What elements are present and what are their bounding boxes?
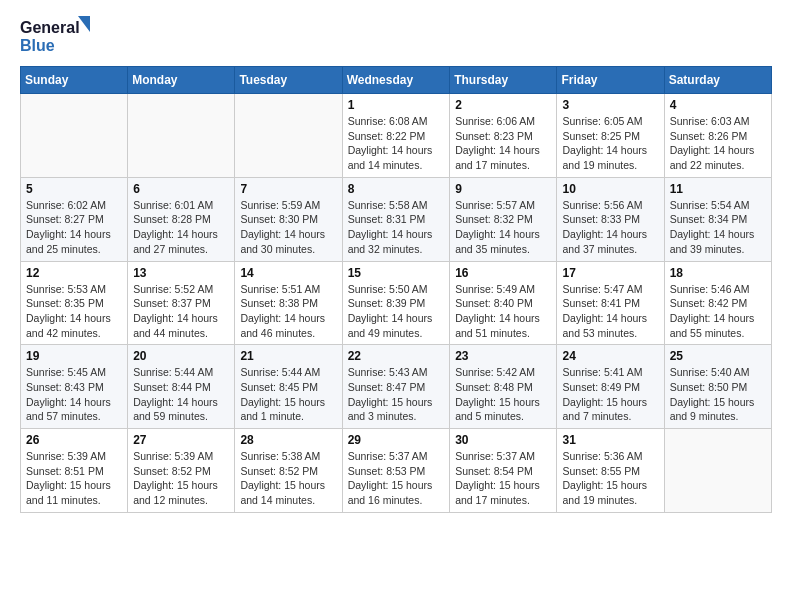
calendar-cell: 3Sunrise: 6:05 AMSunset: 8:25 PMDaylight…	[557, 94, 664, 178]
day-info: Sunrise: 5:43 AMSunset: 8:47 PMDaylight:…	[348, 365, 445, 424]
day-info: Sunrise: 5:54 AMSunset: 8:34 PMDaylight:…	[670, 198, 766, 257]
day-number: 31	[562, 433, 658, 447]
calendar-cell: 18Sunrise: 5:46 AMSunset: 8:42 PMDayligh…	[664, 261, 771, 345]
day-number: 19	[26, 349, 122, 363]
day-info: Sunrise: 5:44 AMSunset: 8:45 PMDaylight:…	[240, 365, 336, 424]
day-number: 25	[670, 349, 766, 363]
day-number: 6	[133, 182, 229, 196]
calendar-week-row: 5Sunrise: 6:02 AMSunset: 8:27 PMDaylight…	[21, 177, 772, 261]
day-info: Sunrise: 5:44 AMSunset: 8:44 PMDaylight:…	[133, 365, 229, 424]
calendar-week-row: 19Sunrise: 5:45 AMSunset: 8:43 PMDayligh…	[21, 345, 772, 429]
column-header-saturday: Saturday	[664, 67, 771, 94]
calendar-week-row: 12Sunrise: 5:53 AMSunset: 8:35 PMDayligh…	[21, 261, 772, 345]
calendar-cell: 28Sunrise: 5:38 AMSunset: 8:52 PMDayligh…	[235, 429, 342, 513]
day-info: Sunrise: 5:52 AMSunset: 8:37 PMDaylight:…	[133, 282, 229, 341]
day-info: Sunrise: 5:40 AMSunset: 8:50 PMDaylight:…	[670, 365, 766, 424]
day-number: 17	[562, 266, 658, 280]
day-info: Sunrise: 5:41 AMSunset: 8:49 PMDaylight:…	[562, 365, 658, 424]
day-number: 12	[26, 266, 122, 280]
svg-text:Blue: Blue	[20, 37, 55, 54]
calendar-cell: 11Sunrise: 5:54 AMSunset: 8:34 PMDayligh…	[664, 177, 771, 261]
day-number: 20	[133, 349, 229, 363]
column-header-sunday: Sunday	[21, 67, 128, 94]
calendar-cell: 19Sunrise: 5:45 AMSunset: 8:43 PMDayligh…	[21, 345, 128, 429]
day-info: Sunrise: 5:51 AMSunset: 8:38 PMDaylight:…	[240, 282, 336, 341]
day-info: Sunrise: 6:05 AMSunset: 8:25 PMDaylight:…	[562, 114, 658, 173]
calendar-cell: 8Sunrise: 5:58 AMSunset: 8:31 PMDaylight…	[342, 177, 450, 261]
calendar-cell: 16Sunrise: 5:49 AMSunset: 8:40 PMDayligh…	[450, 261, 557, 345]
day-info: Sunrise: 5:45 AMSunset: 8:43 PMDaylight:…	[26, 365, 122, 424]
day-number: 14	[240, 266, 336, 280]
calendar-cell	[21, 94, 128, 178]
svg-marker-2	[78, 16, 90, 32]
calendar-cell: 27Sunrise: 5:39 AMSunset: 8:52 PMDayligh…	[128, 429, 235, 513]
day-number: 1	[348, 98, 445, 112]
day-number: 8	[348, 182, 445, 196]
calendar-cell: 21Sunrise: 5:44 AMSunset: 8:45 PMDayligh…	[235, 345, 342, 429]
day-info: Sunrise: 6:06 AMSunset: 8:23 PMDaylight:…	[455, 114, 551, 173]
day-number: 27	[133, 433, 229, 447]
day-info: Sunrise: 6:08 AMSunset: 8:22 PMDaylight:…	[348, 114, 445, 173]
day-info: Sunrise: 5:49 AMSunset: 8:40 PMDaylight:…	[455, 282, 551, 341]
calendar-cell: 26Sunrise: 5:39 AMSunset: 8:51 PMDayligh…	[21, 429, 128, 513]
day-number: 30	[455, 433, 551, 447]
calendar-cell: 20Sunrise: 5:44 AMSunset: 8:44 PMDayligh…	[128, 345, 235, 429]
calendar-cell: 25Sunrise: 5:40 AMSunset: 8:50 PMDayligh…	[664, 345, 771, 429]
day-number: 13	[133, 266, 229, 280]
day-number: 28	[240, 433, 336, 447]
calendar-cell: 17Sunrise: 5:47 AMSunset: 8:41 PMDayligh…	[557, 261, 664, 345]
calendar-cell: 1Sunrise: 6:08 AMSunset: 8:22 PMDaylight…	[342, 94, 450, 178]
day-info: Sunrise: 5:59 AMSunset: 8:30 PMDaylight:…	[240, 198, 336, 257]
day-info: Sunrise: 5:58 AMSunset: 8:31 PMDaylight:…	[348, 198, 445, 257]
day-number: 18	[670, 266, 766, 280]
day-number: 21	[240, 349, 336, 363]
day-info: Sunrise: 5:57 AMSunset: 8:32 PMDaylight:…	[455, 198, 551, 257]
header: GeneralBlue	[20, 16, 772, 56]
svg-text:General: General	[20, 19, 80, 36]
calendar-cell	[235, 94, 342, 178]
calendar-header-row: SundayMondayTuesdayWednesdayThursdayFrid…	[21, 67, 772, 94]
calendar-cell: 9Sunrise: 5:57 AMSunset: 8:32 PMDaylight…	[450, 177, 557, 261]
logo-svg: GeneralBlue	[20, 16, 90, 56]
calendar-week-row: 1Sunrise: 6:08 AMSunset: 8:22 PMDaylight…	[21, 94, 772, 178]
day-info: Sunrise: 5:56 AMSunset: 8:33 PMDaylight:…	[562, 198, 658, 257]
calendar-cell: 30Sunrise: 5:37 AMSunset: 8:54 PMDayligh…	[450, 429, 557, 513]
day-number: 3	[562, 98, 658, 112]
day-number: 7	[240, 182, 336, 196]
day-info: Sunrise: 5:42 AMSunset: 8:48 PMDaylight:…	[455, 365, 551, 424]
column-header-monday: Monday	[128, 67, 235, 94]
calendar-cell: 23Sunrise: 5:42 AMSunset: 8:48 PMDayligh…	[450, 345, 557, 429]
calendar-cell	[128, 94, 235, 178]
column-header-friday: Friday	[557, 67, 664, 94]
column-header-tuesday: Tuesday	[235, 67, 342, 94]
day-number: 29	[348, 433, 445, 447]
day-info: Sunrise: 5:36 AMSunset: 8:55 PMDaylight:…	[562, 449, 658, 508]
day-info: Sunrise: 6:03 AMSunset: 8:26 PMDaylight:…	[670, 114, 766, 173]
column-header-thursday: Thursday	[450, 67, 557, 94]
day-info: Sunrise: 6:02 AMSunset: 8:27 PMDaylight:…	[26, 198, 122, 257]
day-number: 16	[455, 266, 551, 280]
day-number: 5	[26, 182, 122, 196]
calendar-table: SundayMondayTuesdayWednesdayThursdayFrid…	[20, 66, 772, 513]
day-info: Sunrise: 5:47 AMSunset: 8:41 PMDaylight:…	[562, 282, 658, 341]
column-header-wednesday: Wednesday	[342, 67, 450, 94]
day-info: Sunrise: 6:01 AMSunset: 8:28 PMDaylight:…	[133, 198, 229, 257]
day-number: 2	[455, 98, 551, 112]
day-info: Sunrise: 5:37 AMSunset: 8:53 PMDaylight:…	[348, 449, 445, 508]
calendar-cell: 31Sunrise: 5:36 AMSunset: 8:55 PMDayligh…	[557, 429, 664, 513]
calendar-week-row: 26Sunrise: 5:39 AMSunset: 8:51 PMDayligh…	[21, 429, 772, 513]
calendar-cell: 5Sunrise: 6:02 AMSunset: 8:27 PMDaylight…	[21, 177, 128, 261]
calendar-cell: 4Sunrise: 6:03 AMSunset: 8:26 PMDaylight…	[664, 94, 771, 178]
calendar-cell: 24Sunrise: 5:41 AMSunset: 8:49 PMDayligh…	[557, 345, 664, 429]
day-number: 26	[26, 433, 122, 447]
day-number: 22	[348, 349, 445, 363]
calendar-cell	[664, 429, 771, 513]
day-info: Sunrise: 5:37 AMSunset: 8:54 PMDaylight:…	[455, 449, 551, 508]
logo: GeneralBlue	[20, 16, 90, 56]
calendar-cell: 15Sunrise: 5:50 AMSunset: 8:39 PMDayligh…	[342, 261, 450, 345]
day-number: 23	[455, 349, 551, 363]
day-info: Sunrise: 5:39 AMSunset: 8:51 PMDaylight:…	[26, 449, 122, 508]
day-info: Sunrise: 5:53 AMSunset: 8:35 PMDaylight:…	[26, 282, 122, 341]
calendar-cell: 14Sunrise: 5:51 AMSunset: 8:38 PMDayligh…	[235, 261, 342, 345]
day-number: 24	[562, 349, 658, 363]
